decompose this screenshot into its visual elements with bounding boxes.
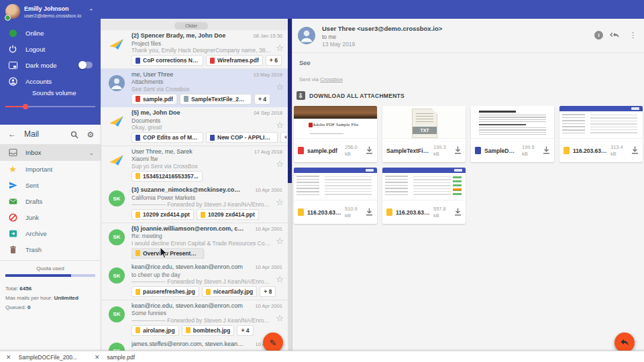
message-to: to me	[322, 34, 336, 40]
sounds-volume-slider[interactable]	[5, 104, 95, 109]
email-row[interactable]: SK kean@rice.edu, steven.kean@enron.com …	[101, 261, 288, 300]
sidebar-item-drafts[interactable]: Drafts	[0, 193, 101, 210]
crossbox-link[interactable]: Crossbox	[320, 76, 343, 82]
more-attachments-chip[interactable]: + 7	[280, 132, 286, 143]
email-preview: —————— Forwarded by Steven J Kean/NA/Enr…	[131, 278, 272, 285]
attachment-chip[interactable]: niceartlady.jpg	[202, 286, 257, 297]
download-button[interactable]	[366, 206, 373, 219]
email-row[interactable]: User Three, me, Sarek 17 Aug 2018 Xiaomi…	[101, 146, 288, 185]
more-attachments-chip[interactable]: + 8	[260, 286, 276, 297]
message-info-button[interactable]: i	[594, 31, 603, 40]
attachment-card[interactable]: 116.203.63.82_5... 313.4kB	[559, 106, 643, 162]
email-row[interactable]: (5) me, John Doe 04 Sep 2018 Documents O…	[101, 107, 288, 146]
mail-settings-button[interactable]: ⚙	[86, 130, 95, 139]
attachment-chip[interactable]: CoP corrections NE...	[131, 55, 203, 66]
sidebar-item-archive[interactable]: Archive	[0, 225, 101, 242]
dark-mode-toggle[interactable]	[79, 62, 93, 68]
sidebar-item-online[interactable]: Online	[0, 25, 101, 41]
attachment-card[interactable]: SampleDOCFile_... 199.5kB	[471, 106, 554, 162]
star-toggle[interactable]: ☆	[276, 159, 284, 169]
star-toggle[interactable]: ☆	[276, 274, 284, 284]
attachment-preview: Adobe PDF Sample File	[294, 106, 377, 139]
attachment-chip[interactable]: COP Edits as of May...	[131, 132, 203, 143]
mail-search-button[interactable]	[70, 130, 79, 139]
download-all-button[interactable]: ⇩ DOWNLOAD ALL ATTACHMENTS	[297, 91, 405, 100]
sidebar-item-trash[interactable]: Trash	[0, 241, 101, 258]
folder-label: Drafts	[25, 198, 42, 205]
online-label: Online	[25, 29, 44, 37]
mail-panel-title: Mail	[24, 129, 39, 139]
attachment-card[interactable]: 116.203.63.82_5... 557.8kB	[382, 168, 466, 224]
email-date: 17 Aug 2018	[254, 149, 282, 155]
attachment-chip[interactable]: airolane.jpg	[131, 325, 179, 336]
download-button[interactable]	[366, 145, 373, 157]
jpg-file-icon	[206, 289, 211, 295]
sidebar-item-important[interactable]: ★ Important	[0, 161, 101, 178]
attachment-card[interactable]: TXT SampleTextFile_20.. 199.3kB	[382, 106, 466, 162]
attachment-preview: TXT	[382, 106, 466, 139]
attachment-chip[interactable]: New COP - APPLICA...	[206, 132, 278, 143]
star-toggle[interactable]: ☆	[276, 82, 284, 92]
attachment-chip[interactable]: 10209 zxd414.ppt	[131, 209, 194, 220]
attachment-size: 510.9kB	[345, 206, 362, 219]
reply-all-button[interactable]	[609, 31, 619, 40]
reply-button[interactable]	[614, 333, 635, 353]
star-toggle[interactable]: ☆	[276, 236, 284, 246]
attachment-chip[interactable]: 10209 zxd414.ppt	[197, 209, 259, 220]
sidebar-item-accounts[interactable]: Accounts	[0, 73, 101, 89]
attachment-card[interactable]: 116.203.63.82_5... 510.9kB	[294, 168, 377, 224]
mail-back-button[interactable]: ←	[8, 129, 16, 139]
email-row[interactable]: SK kean@rice.edu, steven.kean@enron.com …	[101, 300, 288, 339]
attachment-card[interactable]: Adobe PDF Sample File sample.pdf 256.0kB	[294, 106, 377, 162]
attachment-chip[interactable]: bombtech.jpg	[182, 325, 235, 336]
more-attachments-chip[interactable]: + 4	[237, 325, 253, 336]
download-button[interactable]	[631, 145, 639, 157]
sidebar-item-dark-mode[interactable]: Dark mode	[0, 57, 101, 73]
download-button[interactable]	[454, 145, 462, 157]
more-attachments-chip[interactable]: + 6	[266, 55, 282, 66]
older-chip[interactable]: Older	[174, 22, 208, 29]
close-icon[interactable]: ✕	[95, 354, 100, 361]
email-row[interactable]: SK james.steffes@enron.com, steven.kean@…	[101, 339, 288, 351]
download-box-icon: ⇩	[297, 91, 305, 100]
sidebar-item-junk[interactable]: Junk	[0, 209, 101, 226]
sidebar-item-inbox[interactable]: Inbox ⌄	[0, 144, 101, 161]
folder-label: Archive	[25, 230, 47, 237]
attachment-preview	[382, 168, 466, 200]
slider-knob[interactable]	[23, 104, 28, 109]
attachment-chip[interactable]: 1534512416553357...	[131, 171, 203, 182]
presence-dot-icon	[5, 15, 11, 21]
info-icon: i	[594, 31, 603, 40]
attachment-chip[interactable]: Wireframes.pdf	[206, 55, 263, 66]
avatar-initials: SK	[109, 190, 125, 206]
email-row[interactable]: SK (3) suzanne_nimocks@mckinsey.com, sus…	[101, 184, 288, 223]
downloaded-file-tab[interactable]: sample.pdf	[107, 354, 136, 361]
star-toggle[interactable]: ☆	[276, 43, 284, 53]
message-menu-button[interactable]: ⋮	[629, 31, 637, 40]
email-row[interactable]: (2) Spencer Brady, me, John Doe 08 Jan 1…	[101, 30, 288, 69]
attachment-size: 199.3kB	[433, 144, 451, 157]
download-button[interactable]	[454, 206, 462, 219]
email-date: 13 May 2019	[254, 72, 282, 78]
attachment-chip[interactable]: pauserefreshes.jpg	[131, 286, 199, 297]
sidebar-item-sent[interactable]: Sent	[0, 177, 101, 194]
sidebar-item-logout[interactable]: Logout	[0, 41, 101, 57]
downloaded-file-tab[interactable]: SampleDOCFile_200...	[19, 354, 77, 361]
attachment-chip[interactable]: sample.pdf	[131, 94, 177, 105]
star-toggle[interactable]: ☆	[276, 313, 284, 323]
sidebar-divider	[0, 260, 101, 261]
download-button[interactable]	[543, 145, 550, 157]
star-toggle[interactable]: ☆	[276, 197, 284, 207]
email-preview: —————— Forwarded by Steven J Kean/NA/Enr…	[131, 317, 272, 324]
email-row-selected[interactable]: me, User Three 13 May 2019 Attachments S…	[101, 69, 288, 108]
close-icon[interactable]: ✕	[6, 354, 11, 361]
account-switcher[interactable]: Emilly Johnson user2@demo.crossbox.io ⌃	[0, 1, 101, 21]
attachment-preview	[294, 168, 377, 200]
more-attachments-chip[interactable]: + 4	[254, 94, 270, 105]
compose-button[interactable]: ✎	[263, 333, 283, 353]
ppt-file-icon	[136, 250, 140, 256]
star-icon: ★	[8, 165, 17, 174]
email-row[interactable]: SK (5) joannie.williamson@enron.com, chr…	[101, 223, 288, 262]
attachment-chip[interactable]: SampleTextFile_200...	[180, 94, 252, 105]
star-toggle[interactable]: ☆	[276, 120, 284, 130]
